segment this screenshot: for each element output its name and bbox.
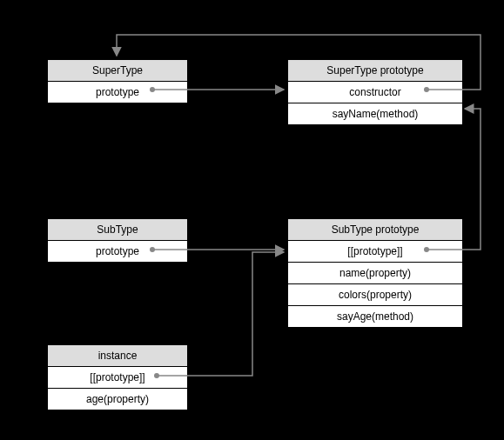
box-title: SuperType: [48, 60, 187, 82]
box-instance: instance [[prototype]] age(property): [47, 344, 188, 410]
box-title: SubType: [48, 219, 187, 241]
box-row: [[prototype]]: [48, 367, 187, 389]
box-row: [[prototype]]: [288, 241, 462, 263]
box-title: SubType prototype: [288, 219, 462, 241]
box-row: age(property): [48, 389, 187, 410]
box-subtype-prototype: SubType prototype [[prototype]] name(pro…: [287, 218, 463, 328]
box-row: constructor: [288, 82, 462, 103]
box-row: name(property): [288, 263, 462, 284]
box-title: SuperType prototype: [288, 60, 462, 82]
box-row: colors(property): [288, 284, 462, 306]
box-title: instance: [48, 345, 187, 367]
box-row: prototype: [48, 82, 187, 103]
box-supertype: SuperType prototype: [47, 59, 188, 103]
box-row: prototype: [48, 241, 187, 262]
box-row: sayAge(method): [288, 306, 462, 327]
box-row: sayName(method): [288, 103, 462, 124]
box-supertype-prototype: SuperType prototype constructor sayName(…: [287, 59, 463, 125]
diagram-canvas: SuperType prototype SuperType prototype …: [0, 0, 504, 440]
box-subtype: SubType prototype: [47, 218, 188, 263]
